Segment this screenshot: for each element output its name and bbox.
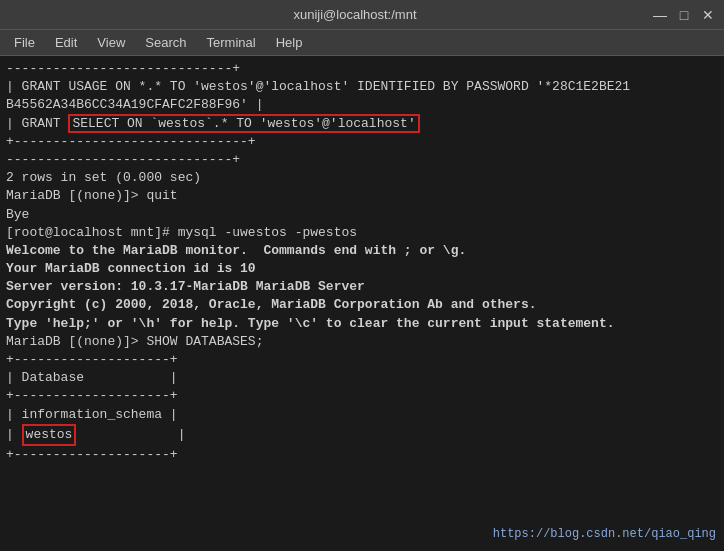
terminal-line-11: Bye (6, 206, 718, 224)
terminal-line-3: B45562A34B6CC34A19CFAFC2F88F96' | (6, 96, 718, 114)
terminal-line-19: Type 'help;' or '\h' for help. Type '\c'… (6, 315, 718, 333)
title-bar: xuniji@localhost:/mnt — □ ✕ (0, 0, 724, 30)
terminal-line-24: +--------------------+ (6, 387, 718, 405)
menu-view[interactable]: View (89, 33, 133, 52)
maximize-button[interactable]: □ (676, 7, 692, 23)
terminal-line-4: | GRANT SELECT ON `westos`.* TO 'westos'… (6, 115, 718, 133)
terminal-line-23: | Database | (6, 369, 718, 387)
terminal-line-5: +------------------------------+ (6, 133, 718, 151)
terminal-line-27: +--------------------+ (6, 446, 718, 464)
menu-bar: File Edit View Search Terminal Help (0, 30, 724, 56)
minimize-button[interactable]: — (652, 7, 668, 23)
terminal-line-14: Your MariaDB connection id is 10 (6, 260, 718, 278)
terminal-line-22: +--------------------+ (6, 351, 718, 369)
terminal-content: -----------------------------+ | GRANT U… (0, 56, 724, 551)
terminal-line-21: MariaDB [(none)]> SHOW DATABASES; (6, 333, 718, 351)
menu-edit[interactable]: Edit (47, 33, 85, 52)
terminal-line-7: -----------------------------+ (6, 151, 718, 169)
terminal-line-12: [root@localhost mnt]# mysql -uwestos -pw… (6, 224, 718, 242)
terminal-line-8: 2 rows in set (0.000 sec) (6, 169, 718, 187)
terminal-line-10: MariaDB [(none)]> quit (6, 187, 718, 205)
terminal-line-17: Copyright (c) 2000, 2018, Oracle, MariaD… (6, 296, 718, 314)
window-title: xuniji@localhost:/mnt (58, 7, 652, 22)
menu-search[interactable]: Search (137, 33, 194, 52)
terminal-line-13: Welcome to the MariaDB monitor. Commands… (6, 242, 718, 260)
close-button[interactable]: ✕ (700, 7, 716, 23)
terminal-line-26: | westos | (6, 424, 718, 446)
menu-file[interactable]: File (6, 33, 43, 52)
window-controls[interactable]: — □ ✕ (652, 7, 716, 23)
terminal-line-2: | GRANT USAGE ON *.* TO 'westos'@'localh… (6, 78, 718, 96)
terminal-line-1: -----------------------------+ (6, 60, 718, 78)
terminal-line-15: Server version: 10.3.17-MariaDB MariaDB … (6, 278, 718, 296)
menu-terminal[interactable]: Terminal (199, 33, 264, 52)
terminal-line-25: | information_schema | (6, 406, 718, 424)
menu-help[interactable]: Help (268, 33, 311, 52)
url-label: https://blog.csdn.net/qiao_qing (493, 526, 716, 543)
